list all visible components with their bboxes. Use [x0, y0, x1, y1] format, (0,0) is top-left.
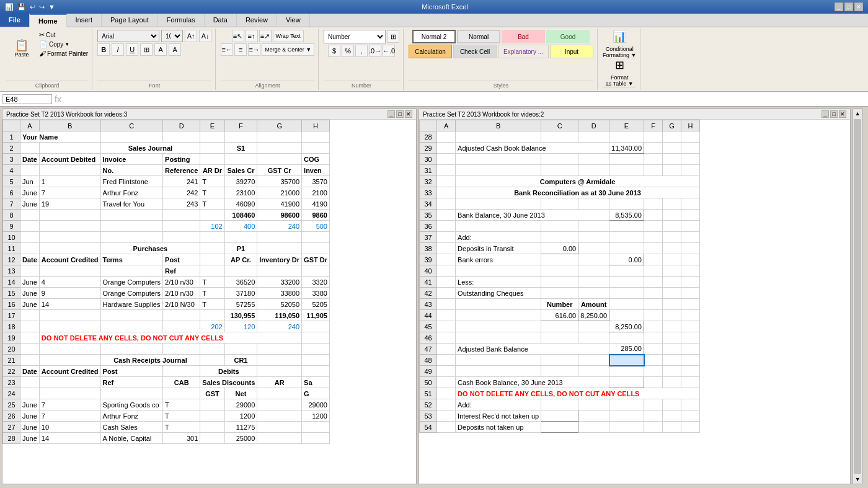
cell-14a[interactable]: June	[20, 277, 40, 288]
cell-9e[interactable]: 102	[200, 221, 224, 232]
quick-access-save[interactable]: 💾	[17, 3, 26, 11]
wb2-scrollbar[interactable]: ▲ ▼	[852, 109, 862, 484]
copy-button[interactable]: 📄 Copy ▼	[39, 40, 88, 48]
cell-16h[interactable]: 5205	[302, 299, 330, 310]
cell-16d[interactable]: 2/10 N/30	[163, 299, 200, 310]
quick-access-redo[interactable]: ↪	[39, 3, 45, 11]
cell-26d[interactable]: T	[163, 410, 200, 422]
cell-28f[interactable]: 25000	[224, 433, 257, 444]
maximize-btn[interactable]: □	[844, 2, 853, 11]
cell-5g[interactable]: 35700	[257, 176, 302, 187]
cell-6e[interactable]: T	[200, 187, 224, 198]
cell-24f[interactable]: Net	[224, 388, 257, 399]
cell-11c[interactable]: Purchases	[100, 243, 200, 254]
cell-14f[interactable]: 36520	[224, 277, 257, 288]
cell-4d[interactable]: Reference	[163, 165, 200, 176]
cell-12h[interactable]: GST Dr	[302, 254, 330, 265]
cell-3h[interactable]: COG	[302, 154, 330, 165]
quick-access-arrow[interactable]: ▼	[48, 3, 55, 11]
cell-5f[interactable]: 39270	[224, 176, 257, 187]
cell-52b[interactable]: Add:	[456, 399, 541, 410]
cell-12c[interactable]: Terms	[100, 254, 163, 265]
scroll-up-btn[interactable]: ▲	[854, 109, 862, 118]
decrease-decimal-btn[interactable]: ←.0	[383, 45, 395, 57]
cell-39b[interactable]: Bank errors	[456, 254, 541, 265]
minimize-btn[interactable]: _	[835, 2, 843, 11]
cell-9f[interactable]: 400	[224, 221, 257, 232]
close-btn[interactable]: ✕	[854, 2, 863, 11]
cell-15a[interactable]: June	[20, 288, 40, 299]
cell-17f[interactable]: 130,955	[224, 310, 257, 321]
cell-54c[interactable]	[541, 422, 578, 433]
cell-18f[interactable]: 120	[224, 321, 257, 332]
wb2-col-header-f[interactable]: F	[644, 120, 663, 131]
cell-26c[interactable]: Arthur Fonz	[100, 410, 163, 422]
cell-12f[interactable]: AP Cr.	[224, 254, 257, 265]
cell-47b[interactable]: Adjusted Bank Balance	[456, 344, 609, 355]
tab-formulas[interactable]: Formulas	[158, 14, 205, 27]
col-header-f[interactable]: F	[224, 120, 257, 131]
formula-input[interactable]	[64, 95, 866, 103]
cell-3b[interactable]: Account Debited	[39, 154, 100, 165]
align-top-right-btn[interactable]: ≡↗	[259, 30, 272, 42]
wb2-col-header-g[interactable]: G	[663, 120, 681, 131]
comma-btn[interactable]: ,	[355, 45, 368, 57]
cell-7f[interactable]: 46090	[224, 198, 257, 210]
cell-44d[interactable]: 8,250.00	[578, 310, 609, 321]
cell-26h[interactable]: 1200	[302, 410, 330, 422]
cell-16g[interactable]: 52050	[257, 299, 302, 310]
cell-12a[interactable]: Date	[20, 254, 40, 265]
cell-27d[interactable]: T	[163, 422, 200, 433]
decrease-font-btn[interactable]: A↓	[199, 30, 211, 42]
cell-16f[interactable]: 57255	[224, 299, 257, 310]
increase-font-btn[interactable]: A↑	[185, 30, 197, 42]
cell-35b[interactable]: Bank Balance, 30 June 2013	[456, 210, 609, 221]
wb2-minimize[interactable]: _	[822, 110, 829, 118]
font-color-button[interactable]: A	[169, 43, 181, 56]
cell-15f[interactable]: 37180	[224, 288, 257, 299]
col-header-d[interactable]: D	[163, 120, 200, 131]
cell-43c[interactable]: Number	[541, 299, 578, 310]
cell-14h[interactable]: 3320	[302, 277, 330, 288]
cell-4c[interactable]: No.	[100, 165, 163, 176]
cell-23e[interactable]: Sales Discounts	[200, 377, 257, 388]
cell-5c[interactable]: Fred Flintstone	[100, 176, 163, 187]
cell-5d[interactable]: 241	[163, 176, 200, 187]
cell-18e[interactable]: 202	[200, 321, 224, 332]
cell-42b[interactable]: Outstanding Cheques	[456, 288, 541, 299]
cell-7d[interactable]: 243	[163, 198, 200, 210]
align-center-btn[interactable]: ≡	[234, 43, 247, 56]
wb2-col-header-a[interactable]: A	[437, 120, 456, 131]
cell-48e-selected[interactable]	[609, 355, 644, 366]
cell-7h[interactable]: 4190	[302, 198, 330, 210]
cell-22a[interactable]: Date	[20, 366, 40, 377]
cell-16a[interactable]: June	[20, 299, 40, 310]
cell-27f[interactable]: 11275	[224, 422, 257, 433]
quick-access-undo[interactable]: ↩	[30, 3, 35, 11]
cell-22e[interactable]: Debits	[200, 366, 257, 377]
col-header-c[interactable]: C	[100, 120, 163, 131]
cell-27c[interactable]: Cash Sales	[100, 422, 163, 433]
wb2-close[interactable]: ✕	[839, 110, 846, 118]
cell-14e[interactable]: T	[200, 277, 224, 288]
cell-3a[interactable]: Date	[20, 154, 40, 165]
cell-50b[interactable]: Cash Book Balance, 30 June 2013	[456, 377, 609, 388]
underline-button[interactable]: U	[126, 43, 138, 56]
cell-23c[interactable]: Ref	[100, 377, 163, 388]
wb2-restore[interactable]: □	[830, 110, 838, 118]
cell-41b[interactable]: Less:	[456, 277, 541, 288]
cell-6f[interactable]: 23100	[224, 187, 257, 198]
cell-1a[interactable]: Your Name	[20, 131, 101, 143]
cell-21c[interactable]: Cash Receipts Journal	[100, 355, 200, 366]
cell-6h[interactable]: 2100	[302, 187, 330, 198]
font-size-selector[interactable]: 10	[161, 30, 183, 42]
good-style[interactable]: Good	[546, 30, 590, 43]
cell-15b[interactable]: 9	[39, 288, 100, 299]
cell-14b[interactable]: 4	[39, 277, 100, 288]
cell-11f[interactable]: P1	[224, 243, 257, 254]
merge-center-button[interactable]: Merge & Center ▼	[262, 43, 314, 56]
cell-35e[interactable]: 8,535.00	[609, 210, 644, 221]
cell-14g[interactable]: 33200	[257, 277, 302, 288]
col-header-e[interactable]: E	[200, 120, 224, 131]
wb1-minimize[interactable]: _	[388, 110, 395, 118]
